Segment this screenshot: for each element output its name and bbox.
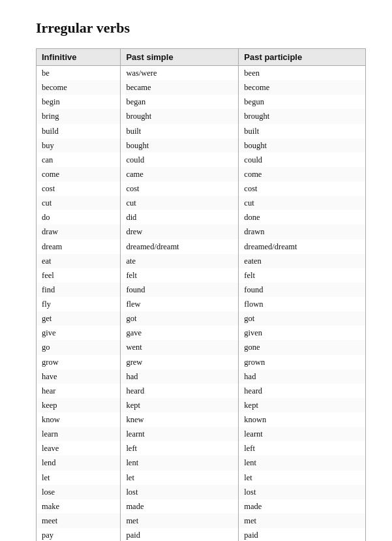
table-row: findfoundfound [37,283,365,297]
table-cell: gone [239,340,365,354]
table-cell: paid [239,528,365,541]
table-cell: ate [121,254,239,268]
table-cell: made [121,499,239,514]
table-cell: grow [37,355,121,369]
table-row: buildbuiltbuilt [37,124,365,138]
table-cell: buy [37,138,121,153]
table-cell: let [239,471,365,485]
table-cell: let [121,471,239,485]
table-cell: lost [239,485,365,499]
table-cell: lent [121,456,239,470]
table-row: beginbeganbegun [37,95,365,109]
table-cell: met [121,514,239,528]
col-past-simple: Past simple [121,49,239,66]
col-past-participle: Past participle [239,49,365,66]
table-cell: given [239,326,365,340]
table-cell: get [37,311,121,326]
table-cell: eaten [239,254,365,268]
table-row: cutcutcut [37,196,365,210]
table-cell: drawn [239,224,365,239]
table-cell: flew [121,297,239,311]
table-cell: go [37,340,121,354]
table-cell: met [239,514,365,528]
table-row: comecamecome [37,167,365,181]
table-cell: cut [121,196,239,210]
table-cell: bought [121,138,239,153]
table-cell: could [239,153,365,167]
table-cell: feel [37,268,121,283]
table-row: learnlearntlearnt [37,427,365,441]
table-cell: built [121,124,239,138]
table-row: bewas/werebeen [37,66,365,81]
table-row: becomebecamebecome [37,80,365,95]
table-cell: knew [121,412,239,427]
table-cell: left [121,441,239,456]
table-cell: keep [37,398,121,412]
table-cell: been [239,66,365,81]
table-cell: become [239,80,365,95]
table-cell: bought [239,138,365,153]
table-cell: learnt [239,427,365,441]
table-cell: became [121,80,239,95]
table-row: dreamdreamed/dreamtdreamed/dreamt [37,240,365,254]
table-cell: built [239,124,365,138]
table-cell: bring [37,109,121,123]
table-row: dodiddone [37,210,365,224]
table-cell: could [121,153,239,167]
table-cell: heard [121,384,239,398]
table-cell: know [37,412,121,427]
table-cell: can [37,153,121,167]
table-cell: had [239,369,365,384]
table-cell: drew [121,224,239,239]
table-cell: came [121,167,239,181]
table-cell: begin [37,95,121,109]
table-row: costcostcost [37,181,365,196]
table-cell: brought [239,109,365,123]
table-cell: began [121,95,239,109]
table-cell: give [37,326,121,340]
table-cell: come [37,167,121,181]
table-cell: went [121,340,239,354]
table-cell: make [37,499,121,514]
table-row: givegavegiven [37,326,365,340]
verbs-table: Infinitive Past simple Past participle b… [37,49,365,541]
table-cell: cost [37,181,121,196]
table-row: flyflewflown [37,297,365,311]
table-cell: cut [37,196,121,210]
table-row: growgrewgrown [37,355,365,369]
table-cell: hear [37,384,121,398]
table-cell: eat [37,254,121,268]
table-row: buyboughtbought [37,138,365,153]
table-cell: did [121,210,239,224]
table-cell: learnt [121,427,239,441]
table-cell: known [239,412,365,427]
table-cell: lose [37,485,121,499]
table-cell: found [239,283,365,297]
table-cell: got [121,311,239,326]
table-cell: felt [239,268,365,283]
table-row: leaveleftleft [37,441,365,456]
table-row: eatateeaten [37,254,365,268]
table-row: feelfeltfelt [37,268,365,283]
table-header-row: Infinitive Past simple Past participle [37,49,365,66]
table-cell: heard [239,384,365,398]
table-row: drawdrewdrawn [37,224,365,239]
table-row: makemademade [37,499,365,514]
table-row: havehadhad [37,369,365,384]
table-row: bringbroughtbrought [37,109,365,123]
table-cell: learn [37,427,121,441]
table-row: getgotgot [37,311,365,326]
table-cell: pay [37,528,121,541]
col-infinitive: Infinitive [37,49,121,66]
table-cell: kept [239,398,365,412]
table-cell: draw [37,224,121,239]
table-row: gowentgone [37,340,365,354]
table-cell: brought [121,109,239,123]
table-cell: dreamed/dreamt [239,240,365,254]
table-row: hearheardheard [37,384,365,398]
table-cell: find [37,283,121,297]
table-row: cancouldcould [37,153,365,167]
table-cell: cost [239,181,365,196]
table-cell: left [239,441,365,456]
table-cell: leave [37,441,121,456]
